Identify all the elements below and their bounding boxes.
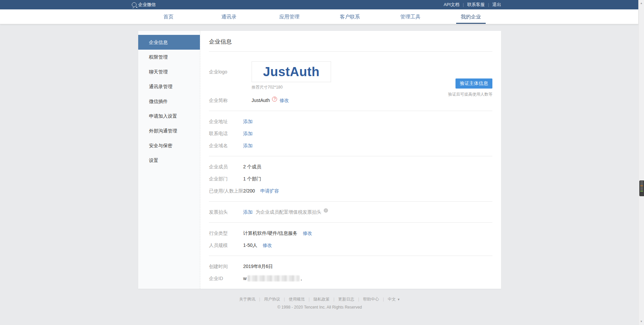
- language-selector[interactable]: 中文▼: [388, 297, 400, 302]
- corp-id-masked-value: [248, 275, 300, 281]
- page: 企业微信 API文档 | 联系客服 | 退出 首页 通讯录 应用管理 客户联系 …: [0, 0, 638, 310]
- sidebar-item-wechat-plugin[interactable]: 微信插件: [138, 94, 200, 109]
- footer-link-changelog[interactable]: 更新日志: [338, 297, 354, 302]
- api-docs-link[interactable]: API文档: [444, 2, 460, 8]
- active-tab-underline: [456, 23, 486, 24]
- contact-support-link[interactable]: 联系客服: [467, 2, 485, 8]
- short-name-value: JustAuth: [252, 97, 270, 104]
- industry-edit-link[interactable]: 修改: [303, 229, 312, 237]
- sidebar-item-security-privacy[interactable]: 安全与保密: [138, 138, 200, 153]
- enterprise-logo[interactable]: JustAuth: [252, 61, 331, 82]
- browser-extension-widget[interactable]: [639, 180, 644, 196]
- sidebar-item-chat-management[interactable]: 聊天管理: [138, 64, 200, 79]
- sidebar-item-permission-management[interactable]: 权限管理: [138, 50, 200, 64]
- scroll-down-icon[interactable]: ▼: [639, 320, 644, 323]
- separator: |: [488, 2, 489, 7]
- sidebar-item-settings[interactable]: 设置: [138, 153, 200, 168]
- section-invoice: 发票抬头 添加 为企业成员配置增值税发票抬头 i: [209, 202, 492, 223]
- domain-row: 企业域名 添加: [209, 140, 492, 152]
- corp-id-suffix: ,: [301, 276, 302, 281]
- sidebar-item-contacts-management[interactable]: 通讯录管理: [138, 79, 200, 94]
- separator: |: [333, 297, 334, 302]
- invoice-note: 为企业成员配置增值税发票抬头: [256, 208, 321, 216]
- departments-value: 1 个部门: [243, 175, 261, 182]
- footer-links: 关于腾讯 | 用户协议 | 使用规范 | 隐私政策 | 更新日志 | 帮助中心 …: [138, 296, 501, 302]
- corp-id-label: 企业ID: [209, 275, 243, 282]
- usage-row: 已使用/人数上限 2/200 申请扩容: [209, 185, 492, 197]
- chevron-down-icon: ▼: [397, 298, 400, 301]
- industry-row: 行业类型 计算机软件/硬件/信息服务 修改: [209, 227, 492, 239]
- phone-add-link[interactable]: 添加: [243, 130, 253, 137]
- separator: |: [463, 2, 464, 7]
- industry-label: 行业类型: [209, 229, 243, 237]
- logout-link[interactable]: 退出: [492, 2, 501, 8]
- short-name-edit-link[interactable]: 修改: [279, 97, 289, 104]
- phone-row: 联系电话 添加: [209, 127, 492, 140]
- address-row: 企业地址 添加: [209, 115, 492, 127]
- footer-link-user-agreement[interactable]: 用户协议: [264, 297, 280, 302]
- section-logo: 企业logo JustAuth 推荐尺寸702*180 企业简称 JustAut…: [209, 52, 492, 111]
- corp-id-value: w,: [243, 275, 302, 282]
- created-value: 2019年8月6日: [243, 263, 273, 270]
- tab-contacts[interactable]: 通讯录: [199, 9, 259, 24]
- logo-label: 企业logo: [209, 68, 252, 75]
- tab-home[interactable]: 首页: [138, 9, 199, 24]
- brand-name: 企业微信: [138, 2, 156, 8]
- corp-id-prefix: w: [243, 276, 247, 281]
- usage-value: 2/200: [243, 187, 255, 195]
- nav-tabs: 首页 通讯录 应用管理 客户联系 管理工具 我的企业: [138, 9, 501, 24]
- tab-app-management[interactable]: 应用管理: [259, 9, 320, 24]
- enterprise-logo-text: JustAuth: [263, 68, 320, 75]
- invoice-label: 发票抬头: [209, 208, 243, 216]
- staff-scale-row: 人员规模 1-50人 修改: [209, 239, 492, 251]
- help-icon[interactable]: ?: [272, 97, 277, 102]
- sidebar-item-enterprise-info[interactable]: 企业信息: [138, 35, 200, 50]
- footer-link-usage-rules[interactable]: 使用规范: [289, 297, 305, 302]
- invoice-add-link[interactable]: 添加: [243, 208, 253, 216]
- domain-add-link[interactable]: 添加: [243, 142, 253, 149]
- tab-customer-contact[interactable]: 客户联系: [320, 9, 380, 24]
- industry-value: 计算机软件/硬件/信息服务: [243, 229, 298, 237]
- corp-id-row: 企业ID w,: [209, 272, 492, 284]
- separator: |: [259, 297, 260, 302]
- phone-label: 联系电话: [209, 130, 243, 137]
- section-contact-info: 企业地址 添加 联系电话 添加 企业域名 添加: [209, 111, 492, 156]
- section-industry: 行业类型 计算机软件/硬件/信息服务 修改 人员规模 1-50人 修改: [209, 223, 492, 256]
- separator: |: [383, 297, 384, 302]
- staff-scale-edit-link[interactable]: 修改: [263, 241, 272, 249]
- expand-capacity-link[interactable]: 申请扩容: [260, 187, 279, 195]
- section-meta: 创建时间 2019年8月6日 企业ID w,: [209, 256, 492, 289]
- footer-link-privacy-policy[interactable]: 隐私政策: [314, 297, 330, 302]
- members-row: 企业成员 2 个成员: [209, 161, 492, 173]
- logo-row: 企业logo JustAuth: [209, 61, 492, 82]
- section-members: 企业成员 2 个成员 企业部门 1 个部门 已使用/人数上限 2/200 申请扩…: [209, 156, 492, 202]
- created-label: 创建时间: [209, 263, 243, 270]
- invoice-row: 发票抬头 添加 为企业成员配置增值税发票抬头 i: [209, 206, 492, 218]
- members-value: 2 个成员: [243, 163, 261, 170]
- tab-my-enterprise-label: 我的企业: [461, 14, 481, 19]
- language-label: 中文: [388, 297, 396, 302]
- page-title: 企业信息: [209, 31, 492, 52]
- footer: 关于腾讯 | 用户协议 | 使用规范 | 隐私政策 | 更新日志 | 帮助中心 …: [138, 296, 501, 310]
- verify-subject-button[interactable]: 验证主体信息: [455, 78, 492, 89]
- enterprise-info-card: 企业信息 权限管理 聊天管理 通讯录管理 微信插件 申请加入设置 外部沟通管理 …: [138, 31, 501, 289]
- browser-scrollbar[interactable]: ▲ ▼: [638, 0, 644, 325]
- created-row: 创建时间 2019年8月6日: [209, 260, 492, 272]
- brand: 企业微信: [132, 2, 156, 8]
- tab-my-enterprise[interactable]: 我的企业: [441, 9, 501, 24]
- sidebar-item-join-settings[interactable]: 申请加入设置: [138, 109, 200, 123]
- info-icon[interactable]: i: [324, 208, 328, 213]
- verify-hint: 验证后可提高使用人数等: [448, 92, 492, 97]
- tab-admin-tools[interactable]: 管理工具: [380, 9, 440, 24]
- sidebar-item-external-communication[interactable]: 外部沟通管理: [138, 123, 200, 138]
- short-name-label: 企业简称: [209, 97, 252, 104]
- scroll-up-icon[interactable]: ▲: [639, 2, 644, 5]
- enterprise-info-content: 企业信息 企业logo JustAuth 推荐尺寸702*180 企业简称 Ju…: [200, 31, 501, 289]
- address-add-link[interactable]: 添加: [243, 118, 253, 125]
- departments-label: 企业部门: [209, 175, 243, 182]
- footer-link-help-center[interactable]: 帮助中心: [363, 297, 379, 302]
- footer-link-about-tencent[interactable]: 关于腾讯: [239, 297, 255, 302]
- settings-sidebar: 企业信息 权限管理 聊天管理 通讯录管理 微信插件 申请加入设置 外部沟通管理 …: [138, 31, 200, 289]
- staff-scale-label: 人员规模: [209, 241, 243, 249]
- address-label: 企业地址: [209, 118, 243, 125]
